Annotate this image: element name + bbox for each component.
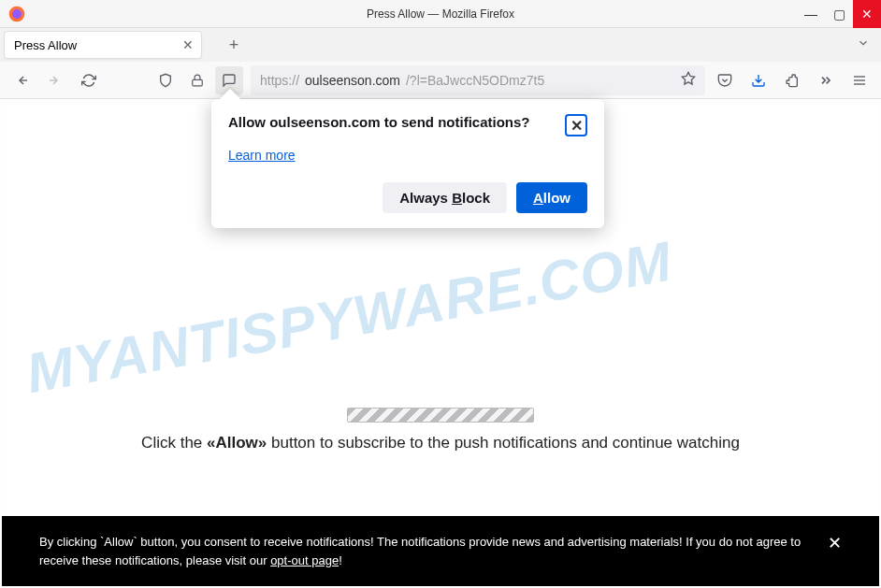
close-button[interactable]: ✕ (853, 0, 881, 28)
notification-title: Allow oulseenson.com to send notificatio… (228, 114, 530, 130)
toolbar: https://oulseenson.com/?l=BaJwccN5ODmz7t… (0, 62, 881, 99)
page-content: Click the «Allow» button to subscribe to… (113, 408, 768, 452)
forward-button[interactable] (41, 66, 69, 94)
active-tab[interactable]: Press Allow ✕ (4, 31, 202, 59)
titlebar: Press Allow — Mozilla Firefox — ▢ ✕ (0, 0, 881, 28)
window-controls: — ▢ ✕ (797, 0, 881, 28)
bookmark-star-icon[interactable] (681, 71, 696, 89)
consent-bar: By clicking `Allow` button, you consent … (2, 516, 879, 586)
firefox-logo-icon (7, 5, 26, 23)
maximize-button[interactable]: ▢ (825, 0, 853, 28)
consent-text: By clicking `Allow` button, you consent … (39, 533, 809, 569)
fake-progress-bar (347, 408, 534, 423)
minimize-button[interactable]: — (797, 0, 825, 28)
always-block-button[interactable]: Always Block (383, 182, 507, 213)
svg-marker-5 (682, 72, 694, 84)
allow-button[interactable]: Allow (516, 182, 587, 213)
tabbar: Press Allow ✕ + (0, 28, 881, 62)
window-title: Press Allow — Mozilla Firefox (367, 7, 514, 21)
new-tab-button[interactable]: + (221, 32, 247, 58)
notification-close-button[interactable]: ✕ (565, 114, 587, 136)
notification-permission-popup: Allow oulseenson.com to send notificatio… (211, 99, 604, 228)
lock-icon[interactable] (183, 66, 211, 94)
page-instruction: Click the «Allow» button to subscribe to… (113, 434, 768, 452)
opt-out-link[interactable]: opt-out page (270, 553, 339, 567)
urlbar[interactable]: https://oulseenson.com/?l=BaJwccN5ODmz7t… (251, 65, 705, 95)
url-path: /?l=BaJwccN5ODmz7t5 (406, 73, 544, 88)
svg-rect-4 (193, 79, 203, 85)
svg-point-1 (12, 9, 22, 19)
overflow-icon[interactable] (812, 66, 840, 94)
url-protocol: https:// (260, 73, 299, 88)
menu-icon[interactable] (845, 66, 874, 94)
shield-icon[interactable] (152, 66, 180, 94)
extensions-icon[interactable] (778, 66, 806, 94)
tab-label: Press Allow (14, 38, 77, 52)
download-icon[interactable] (744, 66, 773, 94)
consent-close-button[interactable]: ✕ (828, 533, 842, 553)
tabs-menu-icon[interactable] (857, 36, 870, 53)
url-domain: oulseenson.com (305, 73, 400, 88)
reload-button[interactable] (75, 66, 103, 94)
pocket-icon[interactable] (711, 66, 739, 94)
tab-close-icon[interactable]: ✕ (182, 37, 194, 52)
back-button[interactable] (7, 66, 36, 94)
learn-more-link[interactable]: Learn more (228, 148, 296, 163)
